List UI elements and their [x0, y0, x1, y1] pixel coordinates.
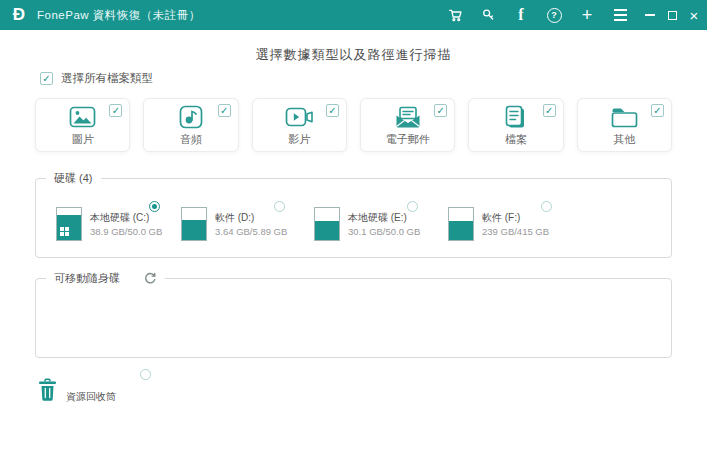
drive-e-radio[interactable]	[407, 201, 418, 212]
documents-checkbox[interactable]: ✓	[543, 104, 556, 117]
facebook-icon[interactable]: f	[509, 0, 533, 30]
image-icon	[69, 105, 96, 129]
app-title: FonePaw 資料恢復（未註冊）	[37, 8, 201, 23]
card-label: 電子郵件	[386, 132, 430, 147]
removable-drive-section: 可移動隨身碟	[35, 278, 672, 358]
hard-disk-section: 硬碟 (4) 本地硬碟 (C:) 38.9 GB/50.0 GB 軟件 (D:)…	[35, 178, 672, 258]
drive-capacity: 3.64 GB/5.89 GB	[215, 226, 287, 237]
select-all-checkbox[interactable]: ✓	[40, 72, 53, 85]
recycle-bin-label: 資源回收筒	[66, 390, 116, 406]
video-checkbox[interactable]: ✓	[326, 104, 339, 117]
drive-d[interactable]: 軟件 (D:) 3.64 GB/5.89 GB	[181, 179, 314, 259]
audio-icon	[179, 105, 203, 129]
select-all-label: 選擇所有檔案類型	[61, 71, 153, 86]
drive-name: 本地硬碟 (E:)	[348, 211, 407, 225]
video-icon	[285, 105, 314, 129]
titlebar: Ð FonePaw 資料恢復（未註冊） f ? +	[0, 0, 707, 30]
other-checkbox[interactable]: ✓	[651, 104, 664, 117]
drive-capacity: 38.9 GB/50.0 GB	[90, 226, 162, 237]
recycle-bin-item[interactable]: 資源回收筒	[38, 378, 116, 406]
windows-logo-icon	[60, 227, 69, 236]
help-glyph: ?	[551, 10, 557, 20]
card-video[interactable]: ✓ 影片	[252, 98, 347, 152]
document-icon	[504, 105, 527, 129]
drive-f-radio[interactable]	[541, 201, 552, 212]
help-icon[interactable]: ?	[542, 0, 566, 30]
add-icon[interactable]: +	[575, 0, 599, 30]
drive-capacity: 30.1 GB/50.0 GB	[348, 226, 420, 237]
card-documents[interactable]: ✓ 檔案	[468, 98, 563, 152]
recycle-bin-radio[interactable]	[140, 369, 151, 380]
audio-checkbox[interactable]: ✓	[218, 104, 231, 117]
refresh-icon[interactable]	[144, 272, 157, 285]
drive-name: 本地硬碟 (C:)	[90, 211, 149, 225]
cart-icon[interactable]	[443, 0, 467, 30]
email-icon	[395, 105, 421, 129]
minimize-icon[interactable]	[639, 0, 661, 30]
card-other[interactable]: ✓ 其他	[577, 98, 672, 152]
drive-e[interactable]: 本地硬碟 (E:) 30.1 GB/50.0 GB	[314, 179, 447, 259]
fonepaw-logo-icon: Ð	[9, 5, 29, 25]
drive-d-radio[interactable]	[274, 201, 285, 212]
folder-icon	[611, 105, 638, 129]
register-key-icon[interactable]	[476, 0, 500, 30]
card-audio[interactable]: ✓ 音頻	[143, 98, 238, 152]
close-icon[interactable]: ×	[683, 0, 705, 30]
drive-capacity: 239 GB/415 GB	[482, 226, 549, 237]
trash-icon	[38, 378, 57, 406]
maximize-icon[interactable]	[661, 0, 683, 30]
card-email[interactable]: ✓ 電子郵件	[360, 98, 455, 152]
card-images[interactable]: ✓ 圖片	[35, 98, 130, 152]
drive-icon	[56, 207, 82, 241]
menu-icon[interactable]	[608, 0, 632, 30]
drive-name: 軟件 (F:)	[482, 211, 520, 225]
drive-icon	[314, 207, 340, 241]
page-title: 選擇數據類型以及路徑進行掃描	[0, 46, 707, 64]
drive-c-radio[interactable]	[149, 201, 160, 212]
removable-section-title: 可移動隨身碟	[54, 271, 120, 286]
card-label: 影片	[288, 132, 310, 147]
drive-icon	[448, 207, 474, 241]
file-type-cards: ✓ 圖片 ✓ 音頻 ✓	[35, 98, 672, 152]
drive-name: 軟件 (D:)	[215, 211, 254, 225]
email-checkbox[interactable]: ✓	[434, 104, 447, 117]
card-label: 音頻	[180, 132, 202, 147]
card-label: 圖片	[72, 132, 94, 147]
card-label: 檔案	[505, 132, 527, 147]
fonepaw-window: Ð FonePaw 資料恢復（未註冊） f ? +	[0, 0, 707, 456]
drive-icon	[181, 207, 207, 241]
drive-c[interactable]: 本地硬碟 (C:) 38.9 GB/50.0 GB	[56, 179, 189, 259]
images-checkbox[interactable]: ✓	[109, 104, 122, 117]
card-label: 其他	[613, 132, 635, 147]
select-all-row: ✓ 選擇所有檔案類型	[40, 71, 153, 86]
drive-f[interactable]: 軟件 (F:) 239 GB/415 GB	[448, 179, 581, 259]
